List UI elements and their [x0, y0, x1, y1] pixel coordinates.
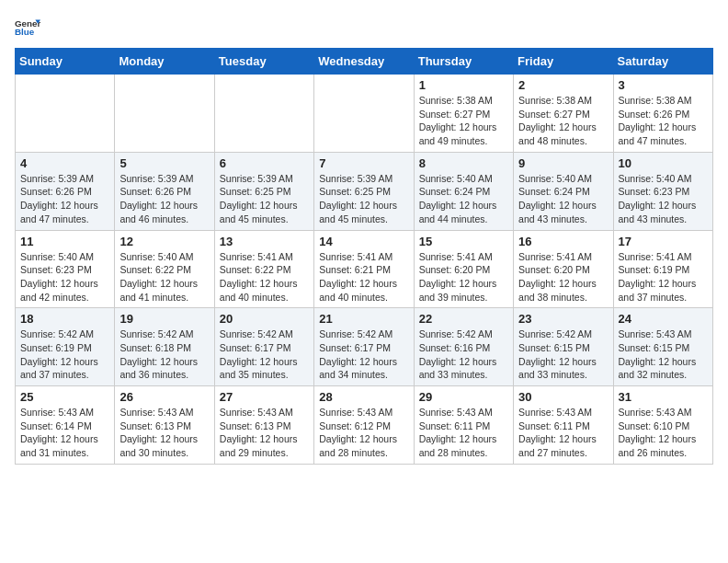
day-number: 17 — [619, 235, 708, 248]
day-number: 14 — [319, 235, 408, 248]
day-number: 23 — [518, 312, 608, 326]
day-cell: 3Sunrise: 5:38 AM Sunset: 6:26 PM Daylig… — [613, 75, 712, 153]
day-cell: 1Sunrise: 5:38 AM Sunset: 6:27 PM Daylig… — [414, 75, 513, 153]
day-cell — [314, 75, 414, 153]
day-number: 27 — [220, 390, 309, 404]
day-number: 13 — [220, 235, 309, 248]
col-header-tuesday: Tuesday — [214, 49, 313, 75]
day-info: Sunrise: 5:43 AM Sunset: 6:15 PM Dayligh… — [619, 327, 708, 382]
day-cell: 22Sunrise: 5:42 AM Sunset: 6:16 PM Dayli… — [414, 308, 513, 386]
day-cell: 27Sunrise: 5:43 AM Sunset: 6:13 PM Dayli… — [214, 386, 313, 465]
day-cell: 23Sunrise: 5:42 AM Sunset: 6:15 PM Dayli… — [514, 308, 613, 386]
day-number: 24 — [619, 312, 708, 326]
day-number: 10 — [619, 156, 708, 170]
calendar-table: SundayMondayTuesdayWednesdayThursdayFrid… — [15, 48, 713, 465]
day-number: 30 — [518, 390, 608, 404]
day-cell — [16, 75, 115, 153]
day-cell: 10Sunrise: 5:40 AM Sunset: 6:23 PM Dayli… — [613, 152, 712, 230]
day-info: Sunrise: 5:38 AM Sunset: 6:27 PM Dayligh… — [518, 94, 608, 148]
day-info: Sunrise: 5:43 AM Sunset: 6:12 PM Dayligh… — [319, 406, 408, 460]
logo: General Blue — [15, 15, 40, 40]
col-header-thursday: Thursday — [414, 49, 513, 75]
day-info: Sunrise: 5:41 AM Sunset: 6:21 PM Dayligh… — [319, 250, 408, 304]
calendar-header-row: SundayMondayTuesdayWednesdayThursdayFrid… — [16, 49, 713, 75]
day-cell: 2Sunrise: 5:38 AM Sunset: 6:27 PM Daylig… — [514, 75, 613, 153]
day-info: Sunrise: 5:40 AM Sunset: 6:24 PM Dayligh… — [419, 172, 508, 226]
day-cell: 16Sunrise: 5:41 AM Sunset: 6:20 PM Dayli… — [514, 230, 613, 308]
col-header-friday: Friday — [514, 49, 613, 75]
day-info: Sunrise: 5:42 AM Sunset: 6:16 PM Dayligh… — [419, 327, 508, 382]
day-number: 25 — [20, 390, 109, 404]
day-number: 4 — [20, 156, 109, 170]
day-cell — [214, 75, 313, 153]
day-cell — [115, 75, 214, 153]
day-number: 1 — [419, 78, 508, 92]
day-cell: 20Sunrise: 5:42 AM Sunset: 6:17 PM Dayli… — [214, 308, 313, 386]
day-cell: 15Sunrise: 5:41 AM Sunset: 6:20 PM Dayli… — [414, 230, 513, 308]
day-info: Sunrise: 5:41 AM Sunset: 6:20 PM Dayligh… — [419, 250, 508, 304]
day-info: Sunrise: 5:43 AM Sunset: 6:11 PM Dayligh… — [518, 406, 608, 460]
day-info: Sunrise: 5:41 AM Sunset: 6:22 PM Dayligh… — [220, 250, 309, 304]
day-cell: 18Sunrise: 5:42 AM Sunset: 6:19 PM Dayli… — [16, 308, 115, 386]
week-row-5: 25Sunrise: 5:43 AM Sunset: 6:14 PM Dayli… — [16, 386, 713, 465]
day-info: Sunrise: 5:39 AM Sunset: 6:26 PM Dayligh… — [119, 172, 209, 226]
day-info: Sunrise: 5:42 AM Sunset: 6:17 PM Dayligh… — [220, 327, 309, 382]
day-cell: 29Sunrise: 5:43 AM Sunset: 6:11 PM Dayli… — [414, 386, 513, 465]
day-number: 12 — [119, 235, 209, 248]
day-info: Sunrise: 5:43 AM Sunset: 6:14 PM Dayligh… — [20, 406, 109, 460]
day-info: Sunrise: 5:39 AM Sunset: 6:25 PM Dayligh… — [220, 172, 309, 226]
day-number: 28 — [319, 390, 408, 404]
svg-text:Blue: Blue — [15, 27, 35, 37]
logo-icon: General Blue — [15, 15, 40, 40]
day-info: Sunrise: 5:38 AM Sunset: 6:27 PM Dayligh… — [419, 94, 508, 148]
page-header: General Blue — [15, 15, 713, 40]
day-cell: 21Sunrise: 5:42 AM Sunset: 6:17 PM Dayli… — [314, 308, 414, 386]
day-cell: 11Sunrise: 5:40 AM Sunset: 6:23 PM Dayli… — [16, 230, 115, 308]
day-info: Sunrise: 5:42 AM Sunset: 6:17 PM Dayligh… — [319, 327, 408, 382]
day-info: Sunrise: 5:38 AM Sunset: 6:26 PM Dayligh… — [619, 94, 708, 148]
day-cell: 14Sunrise: 5:41 AM Sunset: 6:21 PM Dayli… — [314, 230, 414, 308]
day-number: 22 — [419, 312, 508, 326]
week-row-1: 1Sunrise: 5:38 AM Sunset: 6:27 PM Daylig… — [16, 75, 713, 153]
day-number: 15 — [419, 235, 508, 248]
day-info: Sunrise: 5:40 AM Sunset: 6:24 PM Dayligh… — [518, 172, 608, 226]
col-header-saturday: Saturday — [613, 49, 712, 75]
day-number: 18 — [20, 312, 109, 326]
day-info: Sunrise: 5:43 AM Sunset: 6:10 PM Dayligh… — [619, 406, 708, 460]
day-info: Sunrise: 5:40 AM Sunset: 6:23 PM Dayligh… — [619, 172, 708, 226]
day-cell: 26Sunrise: 5:43 AM Sunset: 6:13 PM Dayli… — [115, 386, 214, 465]
day-number: 5 — [119, 156, 209, 170]
day-number: 7 — [319, 156, 408, 170]
week-row-4: 18Sunrise: 5:42 AM Sunset: 6:19 PM Dayli… — [16, 308, 713, 386]
day-cell: 31Sunrise: 5:43 AM Sunset: 6:10 PM Dayli… — [613, 386, 712, 465]
day-info: Sunrise: 5:39 AM Sunset: 6:25 PM Dayligh… — [319, 172, 408, 226]
day-cell: 4Sunrise: 5:39 AM Sunset: 6:26 PM Daylig… — [16, 152, 115, 230]
day-number: 20 — [220, 312, 309, 326]
week-row-2: 4Sunrise: 5:39 AM Sunset: 6:26 PM Daylig… — [16, 152, 713, 230]
day-info: Sunrise: 5:43 AM Sunset: 6:13 PM Dayligh… — [119, 406, 209, 460]
day-number: 9 — [518, 156, 608, 170]
day-info: Sunrise: 5:42 AM Sunset: 6:18 PM Dayligh… — [119, 327, 209, 382]
day-info: Sunrise: 5:41 AM Sunset: 6:19 PM Dayligh… — [619, 250, 708, 304]
col-header-wednesday: Wednesday — [314, 49, 414, 75]
day-cell: 9Sunrise: 5:40 AM Sunset: 6:24 PM Daylig… — [514, 152, 613, 230]
day-cell: 19Sunrise: 5:42 AM Sunset: 6:18 PM Dayli… — [115, 308, 214, 386]
day-cell: 30Sunrise: 5:43 AM Sunset: 6:11 PM Dayli… — [514, 386, 613, 465]
day-cell: 7Sunrise: 5:39 AM Sunset: 6:25 PM Daylig… — [314, 152, 414, 230]
col-header-sunday: Sunday — [16, 49, 115, 75]
day-info: Sunrise: 5:42 AM Sunset: 6:15 PM Dayligh… — [518, 327, 608, 382]
day-number: 21 — [319, 312, 408, 326]
day-info: Sunrise: 5:43 AM Sunset: 6:11 PM Dayligh… — [419, 406, 508, 460]
day-cell: 12Sunrise: 5:40 AM Sunset: 6:22 PM Dayli… — [115, 230, 214, 308]
day-info: Sunrise: 5:40 AM Sunset: 6:23 PM Dayligh… — [20, 250, 109, 304]
day-cell: 5Sunrise: 5:39 AM Sunset: 6:26 PM Daylig… — [115, 152, 214, 230]
day-number: 11 — [20, 235, 109, 248]
day-info: Sunrise: 5:42 AM Sunset: 6:19 PM Dayligh… — [20, 327, 109, 382]
day-cell: 25Sunrise: 5:43 AM Sunset: 6:14 PM Dayli… — [16, 386, 115, 465]
day-number: 2 — [518, 78, 608, 92]
day-info: Sunrise: 5:41 AM Sunset: 6:20 PM Dayligh… — [518, 250, 608, 304]
day-number: 8 — [419, 156, 508, 170]
day-cell: 17Sunrise: 5:41 AM Sunset: 6:19 PM Dayli… — [613, 230, 712, 308]
col-header-monday: Monday — [115, 49, 214, 75]
day-number: 29 — [419, 390, 508, 404]
